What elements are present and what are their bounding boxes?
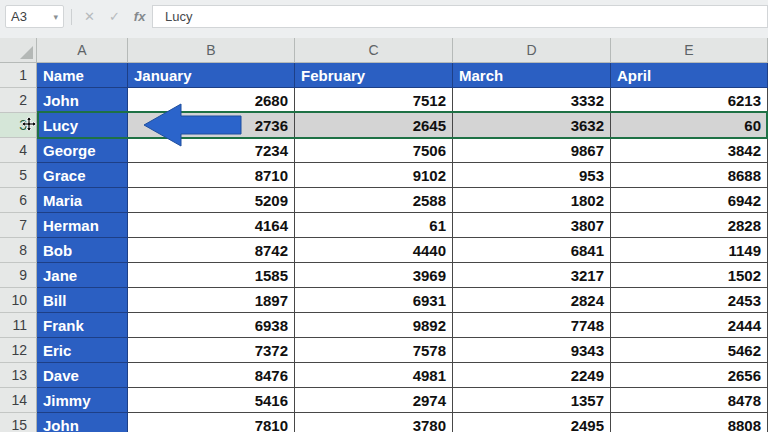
name-cell[interactable]: Jimmy bbox=[37, 388, 128, 413]
value-cell[interactable]: 3332 bbox=[453, 88, 611, 113]
row-header-4[interactable]: 4 bbox=[0, 138, 37, 163]
value-cell[interactable]: 2974 bbox=[295, 388, 453, 413]
row-header-9[interactable]: 9 bbox=[0, 263, 37, 288]
value-cell[interactable]: 2249 bbox=[453, 363, 611, 388]
chevron-down-icon[interactable]: ▾ bbox=[53, 12, 58, 22]
value-cell[interactable]: 8808 bbox=[611, 413, 768, 432]
value-cell[interactable]: 6841 bbox=[453, 238, 611, 263]
row-header-7[interactable]: 7 bbox=[0, 213, 37, 238]
value-cell[interactable]: 8710 bbox=[128, 163, 295, 188]
value-cell[interactable]: 8476 bbox=[128, 363, 295, 388]
value-cell[interactable]: 6931 bbox=[295, 288, 453, 313]
value-cell[interactable]: 9102 bbox=[295, 163, 453, 188]
value-cell[interactable]: 4164 bbox=[128, 213, 295, 238]
value-cell[interactable]: 3632 bbox=[453, 113, 611, 138]
select-all-button[interactable] bbox=[0, 38, 37, 63]
excel-window: A3 ▾ ✕ ✓ fx Lucy ABCDE 1NameJanuaryFebru… bbox=[0, 0, 768, 432]
formula-bar-input[interactable]: Lucy bbox=[152, 5, 768, 28]
value-cell[interactable]: 9892 bbox=[295, 313, 453, 338]
value-cell[interactable]: 2828 bbox=[611, 213, 768, 238]
header-cell[interactable]: February bbox=[295, 63, 453, 88]
value-cell[interactable]: 60 bbox=[611, 113, 768, 138]
name-cell[interactable]: Bob bbox=[37, 238, 128, 263]
name-cell[interactable]: Grace bbox=[37, 163, 128, 188]
row-header-5[interactable]: 5 bbox=[0, 163, 37, 188]
value-cell[interactable]: 1502 bbox=[611, 263, 768, 288]
value-cell[interactable]: 8688 bbox=[611, 163, 768, 188]
value-cell[interactable]: 5209 bbox=[128, 188, 295, 213]
value-cell[interactable]: 4440 bbox=[295, 238, 453, 263]
value-cell[interactable]: 5416 bbox=[128, 388, 295, 413]
value-cell[interactable]: 2444 bbox=[611, 313, 768, 338]
value-cell[interactable]: 3217 bbox=[453, 263, 611, 288]
value-cell[interactable]: 5462 bbox=[611, 338, 768, 363]
value-cell[interactable]: 1802 bbox=[453, 188, 611, 213]
row-header-1[interactable]: 1 bbox=[0, 63, 37, 88]
name-cell[interactable]: Dave bbox=[37, 363, 128, 388]
value-cell[interactable]: 953 bbox=[453, 163, 611, 188]
value-cell[interactable]: 2588 bbox=[295, 188, 453, 213]
value-cell[interactable]: 1897 bbox=[128, 288, 295, 313]
value-cell[interactable]: 8742 bbox=[128, 238, 295, 263]
header-cell[interactable]: March bbox=[453, 63, 611, 88]
value-cell[interactable]: 1585 bbox=[128, 263, 295, 288]
column-header-b[interactable]: B bbox=[128, 38, 295, 63]
value-cell[interactable]: 7748 bbox=[453, 313, 611, 338]
value-cell[interactable]: 3969 bbox=[295, 263, 453, 288]
value-cell[interactable]: 1149 bbox=[611, 238, 768, 263]
name-cell[interactable]: Jane bbox=[37, 263, 128, 288]
value-cell[interactable]: 9343 bbox=[453, 338, 611, 363]
row-header-13[interactable]: 13 bbox=[0, 363, 37, 388]
column-header-e[interactable]: E bbox=[611, 38, 768, 63]
name-cell[interactable]: John bbox=[37, 413, 128, 432]
value-cell[interactable]: 6942 bbox=[611, 188, 768, 213]
name-cell[interactable]: George bbox=[37, 138, 128, 163]
name-box[interactable]: A3 ▾ bbox=[5, 5, 64, 28]
column-header-c[interactable]: C bbox=[295, 38, 453, 63]
row-header-14[interactable]: 14 bbox=[0, 388, 37, 413]
column-header-a[interactable]: A bbox=[37, 38, 128, 63]
value-cell[interactable]: 2645 bbox=[295, 113, 453, 138]
value-cell[interactable]: 61 bbox=[295, 213, 453, 238]
value-cell[interactable]: 3807 bbox=[453, 213, 611, 238]
value-cell[interactable]: 6213 bbox=[611, 88, 768, 113]
value-cell[interactable]: 3842 bbox=[611, 138, 768, 163]
value-cell[interactable]: 2453 bbox=[611, 288, 768, 313]
value-cell[interactable]: 4981 bbox=[295, 363, 453, 388]
cancel-icon[interactable]: ✕ bbox=[84, 9, 95, 24]
move-cursor-icon bbox=[21, 116, 37, 132]
name-cell[interactable]: Eric bbox=[37, 338, 128, 363]
name-cell[interactable]: Herman bbox=[37, 213, 128, 238]
row-header-15[interactable]: 15 bbox=[0, 413, 37, 432]
value-cell[interactable]: 8478 bbox=[611, 388, 768, 413]
value-cell[interactable]: 7512 bbox=[295, 88, 453, 113]
row-header-11[interactable]: 11 bbox=[0, 313, 37, 338]
value-cell[interactable]: 9867 bbox=[453, 138, 611, 163]
name-cell[interactable]: Frank bbox=[37, 313, 128, 338]
row-header-8[interactable]: 8 bbox=[0, 238, 37, 263]
value-cell[interactable]: 3780 bbox=[295, 413, 453, 432]
value-cell[interactable]: 7506 bbox=[295, 138, 453, 163]
name-cell[interactable]: Maria bbox=[37, 188, 128, 213]
header-cell[interactable]: April bbox=[611, 63, 768, 88]
value-cell[interactable]: 2824 bbox=[453, 288, 611, 313]
value-cell[interactable]: 6938 bbox=[128, 313, 295, 338]
insert-function-icon[interactable]: fx bbox=[134, 9, 146, 24]
value-cell[interactable]: 7372 bbox=[128, 338, 295, 363]
enter-icon[interactable]: ✓ bbox=[109, 9, 120, 24]
row-header-6[interactable]: 6 bbox=[0, 188, 37, 213]
header-cell[interactable]: Name bbox=[37, 63, 128, 88]
row-header-12[interactable]: 12 bbox=[0, 338, 37, 363]
value-cell[interactable]: 2495 bbox=[453, 413, 611, 432]
value-cell[interactable]: 1357 bbox=[453, 388, 611, 413]
header-cell[interactable]: January bbox=[128, 63, 295, 88]
value-cell[interactable]: 2656 bbox=[611, 363, 768, 388]
name-cell[interactable]: Bill bbox=[37, 288, 128, 313]
column-header-d[interactable]: D bbox=[453, 38, 611, 63]
row-header-2[interactable]: 2 bbox=[0, 88, 37, 113]
name-cell[interactable]: John bbox=[37, 88, 128, 113]
value-cell[interactable]: 7578 bbox=[295, 338, 453, 363]
row-header-10[interactable]: 10 bbox=[0, 288, 37, 313]
value-cell[interactable]: 7810 bbox=[128, 413, 295, 432]
name-cell[interactable]: Lucy bbox=[37, 113, 128, 138]
